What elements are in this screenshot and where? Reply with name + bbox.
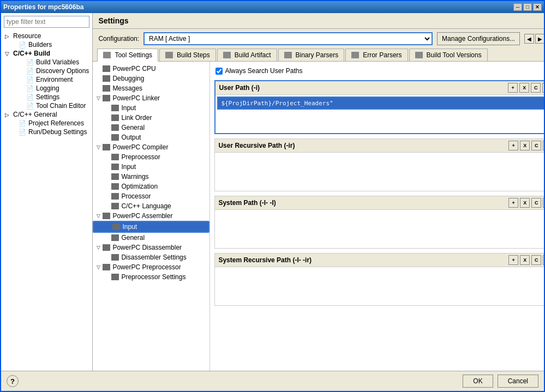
tool-icon bbox=[111, 234, 119, 241]
tool-icon bbox=[103, 85, 110, 92]
left-tree-item[interactable]: 📄Logging bbox=[2, 84, 91, 93]
expand-icon: ▽ bbox=[95, 245, 101, 250]
nav-back[interactable]: ◀ bbox=[524, 34, 534, 44]
tool-tree-item[interactable]: C/C++ Language bbox=[93, 201, 209, 211]
left-tree-item[interactable]: ▽C/C++ Build bbox=[2, 49, 91, 58]
move-up-button[interactable]: ↑ bbox=[543, 255, 544, 265]
tool-tree-item[interactable]: General bbox=[93, 233, 209, 243]
tool-icon bbox=[103, 144, 110, 150]
copy-path-button[interactable]: C bbox=[531, 83, 541, 93]
path-section-header: User Path (-i)+XC↑↓ bbox=[215, 81, 544, 95]
move-up-button[interactable]: ↑ bbox=[542, 83, 544, 93]
tool-tree-item[interactable]: ▽PowerPC Linker bbox=[93, 93, 209, 103]
tool-tree-item[interactable]: ▽PowerPC Compiler bbox=[93, 142, 209, 152]
copy-path-button[interactable]: C bbox=[531, 198, 541, 208]
add-path-button[interactable]: + bbox=[508, 198, 518, 208]
move-up-button[interactable]: ↑ bbox=[543, 141, 544, 150]
tool-tree-item[interactable]: ▽PowerPC Disassembler bbox=[93, 243, 209, 252]
config-bar: Configuration: RAM [ Active ] Manage Con… bbox=[93, 29, 544, 49]
tool-tree-item[interactable]: Input bbox=[93, 103, 209, 113]
tool-tree-item[interactable]: Disassembler Settings bbox=[93, 252, 209, 262]
nav-forward[interactable]: ▶ bbox=[535, 34, 544, 44]
path-toolbar: +XC↑↓ bbox=[508, 198, 544, 208]
add-path-button[interactable]: + bbox=[508, 83, 518, 93]
tool-tree-item[interactable]: Debugging bbox=[93, 74, 209, 83]
tool-tree-item[interactable]: Output bbox=[93, 132, 209, 142]
manage-config-button[interactable]: Manage Configurations... bbox=[437, 32, 520, 45]
copy-path-button[interactable]: C bbox=[531, 255, 541, 265]
remove-path-button[interactable]: X bbox=[520, 141, 530, 150]
settings-header: Settings bbox=[93, 13, 544, 29]
tab-label: Build Steps bbox=[177, 51, 210, 59]
tool-tree-item[interactable]: Preprocessor Settings bbox=[93, 272, 209, 282]
tab-label: Build Artifact bbox=[235, 51, 271, 59]
maximize-button[interactable]: □ bbox=[523, 3, 532, 11]
folder-icon: 📄 bbox=[26, 85, 34, 92]
copy-path-button[interactable]: C bbox=[531, 141, 541, 150]
tab-build-artifact[interactable]: Build Artifact bbox=[217, 49, 277, 61]
remove-path-button[interactable]: X bbox=[519, 83, 529, 93]
help-button[interactable]: ? bbox=[7, 375, 19, 387]
config-select[interactable]: RAM [ Active ] bbox=[143, 32, 433, 45]
tool-tree-item[interactable]: PowerPC CPU bbox=[93, 64, 209, 74]
title-bar-buttons: ─ □ ✕ bbox=[513, 3, 542, 11]
tool-tree-item[interactable]: Processor bbox=[93, 191, 209, 201]
tree-item-label: Resource bbox=[13, 32, 41, 40]
tool-icon bbox=[111, 183, 119, 190]
tree-item-label: Logging bbox=[36, 85, 59, 92]
left-tree-item[interactable]: ▷C/C++ General bbox=[2, 110, 91, 119]
tab-build-steps[interactable]: Build Steps bbox=[159, 49, 216, 61]
path-toolbar: +XC↑↓ bbox=[508, 255, 544, 265]
left-tree-item[interactable]: 📄Settings bbox=[2, 93, 91, 101]
path-section: System Recursive Path (-I- -ir)+XC↑↓ bbox=[214, 253, 544, 306]
left-tree-item[interactable]: 📄Build Variables bbox=[2, 58, 91, 67]
tab-tool-settings[interactable]: Tool Settings bbox=[97, 49, 158, 62]
tool-tree-item[interactable]: General bbox=[93, 123, 209, 132]
minimize-button[interactable]: ─ bbox=[513, 3, 522, 11]
path-section-title: System Recursive Path (-I- -ir) bbox=[218, 256, 312, 264]
tool-tree-label: Optimization bbox=[121, 183, 158, 190]
expand-icon: ▷ bbox=[4, 33, 10, 39]
main-content: ▷Resource📄Builders▽C/C++ Build📄Build Var… bbox=[1, 13, 544, 371]
tab-build-tool-versions[interactable]: Build Tool Versions bbox=[409, 49, 488, 61]
always-search-checkbox[interactable] bbox=[215, 68, 223, 75]
tool-tree-item[interactable]: ▽PowerPC Preprocessor bbox=[93, 262, 209, 272]
filter-input[interactable] bbox=[4, 16, 89, 28]
left-tree-item[interactable]: 📄Environment bbox=[2, 75, 91, 84]
tree-item-label: Builders bbox=[28, 41, 52, 49]
cancel-button[interactable]: Cancel bbox=[498, 375, 538, 388]
tab-error-parsers[interactable]: Error Parsers bbox=[345, 49, 408, 61]
tab-label: Tool Settings bbox=[115, 51, 152, 59]
path-section: User Recursive Path (-ir)+XC↑↓ bbox=[214, 138, 544, 191]
tool-tree-item[interactable]: Optimization bbox=[93, 182, 209, 191]
tool-tree-item[interactable]: ▽PowerPC Assembler bbox=[93, 211, 209, 221]
tool-tree-item[interactable]: Link Order bbox=[93, 113, 209, 123]
tool-tree-item[interactable]: Preprocessor bbox=[93, 152, 209, 162]
move-up-button[interactable]: ↑ bbox=[543, 198, 544, 208]
tool-tree-item[interactable]: Input bbox=[93, 221, 209, 233]
remove-path-button[interactable]: X bbox=[520, 198, 530, 208]
add-path-button[interactable]: + bbox=[508, 141, 518, 150]
tool-tree-label: C/C++ Language bbox=[121, 202, 171, 210]
tool-icon bbox=[111, 203, 119, 209]
left-tree-item[interactable]: 📄Builders bbox=[2, 40, 91, 49]
left-tree-item[interactable]: ▷Resource bbox=[2, 32, 91, 40]
left-tree-item[interactable]: 📄Run/Debug Settings bbox=[2, 128, 91, 136]
remove-path-button[interactable]: X bbox=[520, 255, 530, 265]
close-button[interactable]: ✕ bbox=[533, 3, 542, 11]
nav-arrows: ◀ ▶ ▾ ▾ bbox=[524, 34, 544, 44]
ok-button[interactable]: OK bbox=[463, 375, 493, 388]
tool-tree-item[interactable]: Messages bbox=[93, 83, 209, 93]
tool-tree-item[interactable]: Warnings bbox=[93, 172, 209, 182]
tool-tree-label: General bbox=[121, 124, 145, 131]
left-tree-item[interactable]: 📄Tool Chain Editor bbox=[2, 101, 91, 110]
tool-tree-item[interactable]: Input bbox=[93, 162, 209, 172]
left-tree-item[interactable]: 📄Project References bbox=[2, 119, 91, 128]
tab-binary-parsers[interactable]: Binary Parsers bbox=[278, 49, 345, 61]
left-tree-item[interactable]: 📄Discovery Options bbox=[2, 67, 91, 75]
path-item[interactable]: ${ProjDirPath}/Project_Headers" bbox=[217, 97, 544, 110]
tool-tree-label: Debugging bbox=[112, 75, 144, 82]
tree-item-label: Tool Chain Editor bbox=[36, 102, 86, 110]
add-path-button[interactable]: + bbox=[508, 255, 518, 265]
tool-icon bbox=[103, 95, 110, 101]
